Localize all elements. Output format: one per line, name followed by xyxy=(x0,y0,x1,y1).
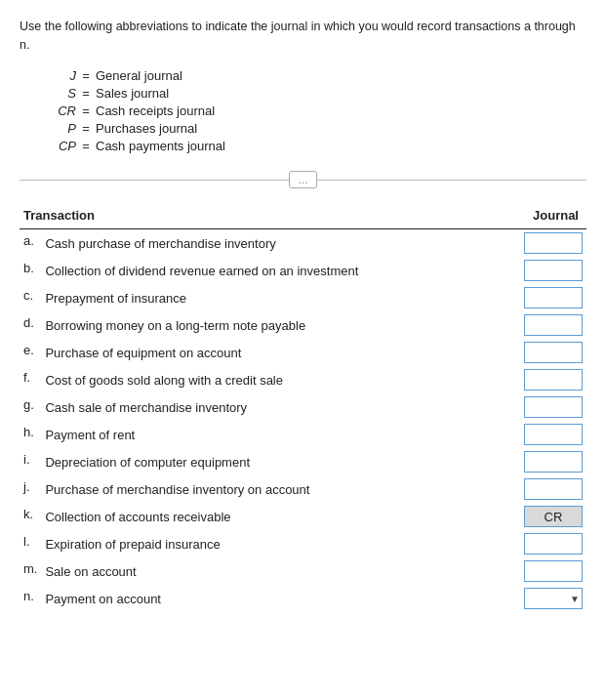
row-letter: i. xyxy=(20,448,41,475)
journal-text-input[interactable] xyxy=(524,396,583,418)
abbrev-row: S = Sales journal xyxy=(39,86,586,101)
row-letter: m. xyxy=(20,557,41,585)
journal-input-cell[interactable]: JSCRPCP▼ xyxy=(518,585,586,612)
table-row: i.Depreciation of computer equipment xyxy=(20,448,586,475)
table-row: f.Cost of goods sold along with a credit… xyxy=(20,366,586,393)
abbreviations-list: J = General journal S = Sales journal CR… xyxy=(39,68,586,153)
row-letter: g. xyxy=(20,393,41,421)
abbrev-value: General journal xyxy=(96,68,182,83)
abbrev-key: CR xyxy=(39,103,76,118)
abbrev-key: J xyxy=(39,68,76,83)
journal-select-wrapper: JSCRPCP▼ xyxy=(524,588,583,609)
journal-input-cell[interactable] xyxy=(518,229,586,258)
table-row: e.Purchase of equipment on account xyxy=(20,339,586,366)
journal-text-input[interactable] xyxy=(524,560,583,582)
abbrev-value: Cash payments journal xyxy=(96,139,225,153)
abbrev-row: J = General journal xyxy=(39,68,586,83)
abbrev-eq: = xyxy=(76,139,96,153)
table-row: n.Payment on accountJSCRPCP▼ xyxy=(20,585,586,612)
table-row: l.Expiration of prepaid insurance xyxy=(20,530,586,557)
journal-text-input-filled[interactable] xyxy=(524,506,583,527)
journal-input-cell[interactable] xyxy=(518,475,586,503)
abbrev-row: P = Purchases journal xyxy=(39,121,586,136)
divider-dots: ... xyxy=(289,171,316,189)
transaction-col-header: Transaction xyxy=(20,204,518,229)
row-description: Cost of goods sold along with a credit s… xyxy=(41,366,518,393)
row-description: Cash sale of merchandise inventory xyxy=(41,393,518,421)
row-letter: h. xyxy=(20,421,41,448)
row-letter: e. xyxy=(20,339,41,366)
abbrev-row: CP = Cash payments journal xyxy=(39,139,586,153)
journal-text-input[interactable] xyxy=(524,369,583,391)
abbrev-key: S xyxy=(39,86,76,101)
row-letter: j. xyxy=(20,475,41,503)
journal-input-cell xyxy=(518,503,586,530)
abbrev-eq: = xyxy=(76,86,96,101)
abbrev-value: Purchases journal xyxy=(96,121,197,136)
divider: ... xyxy=(20,171,586,189)
transaction-table: Transaction Journal a.Cash purchase of m… xyxy=(20,204,586,612)
row-letter: d. xyxy=(20,311,41,339)
journal-input-cell[interactable] xyxy=(518,284,586,311)
journal-input-cell[interactable] xyxy=(518,339,586,366)
journal-input-cell[interactable] xyxy=(518,311,586,339)
table-row: h.Payment of rent xyxy=(20,421,586,448)
row-description: Purchase of equipment on account xyxy=(41,339,518,366)
row-description: Collection of dividend revenue earned on… xyxy=(41,257,518,284)
table-row: c.Prepayment of insurance xyxy=(20,284,586,311)
row-description: Sale on account xyxy=(41,557,518,585)
journal-text-input[interactable] xyxy=(524,533,583,555)
abbrev-key: P xyxy=(39,121,76,136)
row-letter: n. xyxy=(20,585,41,612)
abbrev-eq: = xyxy=(76,121,96,136)
abbrev-eq: = xyxy=(76,68,96,83)
abbrev-eq: = xyxy=(76,103,96,118)
journal-text-input[interactable] xyxy=(524,287,583,309)
table-row: k.Collection of accounts receivable xyxy=(20,503,586,530)
journal-text-input[interactable] xyxy=(524,314,583,336)
journal-input-cell[interactable] xyxy=(518,530,586,557)
table-row: d.Borrowing money on a long-term note pa… xyxy=(20,311,586,339)
row-description: Expiration of prepaid insurance xyxy=(41,530,518,557)
row-description: Payment of rent xyxy=(41,421,518,448)
journal-input-cell[interactable] xyxy=(518,366,586,393)
journal-text-input[interactable] xyxy=(524,424,583,445)
journal-text-input[interactable] xyxy=(524,451,583,473)
journal-input-cell[interactable] xyxy=(518,257,586,284)
abbrev-value: Cash receipts journal xyxy=(96,103,215,118)
table-row: g.Cash sale of merchandise inventory xyxy=(20,393,586,421)
journal-text-input[interactable] xyxy=(524,478,583,500)
row-description: Payment on account xyxy=(41,585,518,612)
row-letter: c. xyxy=(20,284,41,311)
row-description: Depreciation of computer equipment xyxy=(41,448,518,475)
row-description: Borrowing money on a long-term note paya… xyxy=(41,311,518,339)
abbrev-key: CP xyxy=(39,139,76,153)
journal-text-input[interactable] xyxy=(524,232,583,254)
journal-select[interactable]: JSCRPCP xyxy=(525,589,582,608)
abbrev-value: Sales journal xyxy=(96,86,169,101)
table-row: b.Collection of dividend revenue earned … xyxy=(20,257,586,284)
row-letter: f. xyxy=(20,366,41,393)
abbrev-row: CR = Cash receipts journal xyxy=(39,103,586,118)
row-description: Prepayment of insurance xyxy=(41,284,518,311)
row-description: Purchase of merchandise inventory on acc… xyxy=(41,475,518,503)
journal-col-header: Journal xyxy=(518,204,586,229)
row-description: Collection of accounts receivable xyxy=(41,503,518,530)
table-row: a.Cash purchase of merchandise inventory xyxy=(20,229,586,258)
table-row: m.Sale on account xyxy=(20,557,586,585)
journal-input-cell[interactable] xyxy=(518,421,586,448)
journal-input-cell[interactable] xyxy=(518,448,586,475)
row-letter: a. xyxy=(20,229,41,258)
journal-input-cell[interactable] xyxy=(518,393,586,421)
journal-input-cell[interactable] xyxy=(518,557,586,585)
row-description: Cash purchase of merchandise inventory xyxy=(41,229,518,258)
row-letter: k. xyxy=(20,503,41,530)
journal-text-input[interactable] xyxy=(524,342,583,363)
row-letter: b. xyxy=(20,257,41,284)
journal-text-input[interactable] xyxy=(524,260,583,281)
table-row: j.Purchase of merchandise inventory on a… xyxy=(20,475,586,503)
instruction-text: Use the following abbreviations to indic… xyxy=(20,18,586,55)
row-letter: l. xyxy=(20,530,41,557)
